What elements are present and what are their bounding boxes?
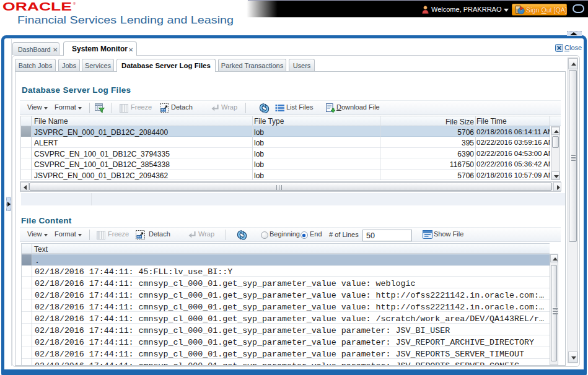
svg-text:®: ® [73,2,76,6]
svg-text:ORACLE: ORACLE [2,1,72,13]
svg-text:Financial Services Lending and: Financial Services Lending and Leasing [17,14,234,26]
